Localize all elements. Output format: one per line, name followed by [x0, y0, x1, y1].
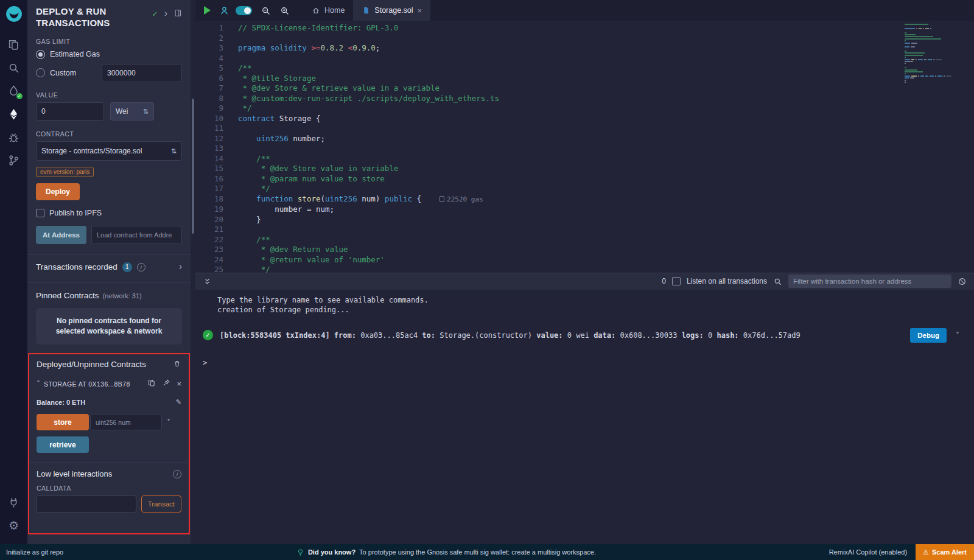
plugin-manager-icon[interactable] — [0, 491, 27, 514]
copilot-toggle[interactable] — [236, 6, 252, 15]
copy-address-icon[interactable] — [147, 379, 156, 389]
info-icon[interactable] — [137, 263, 145, 271]
gas-limit-label: GAS LIMIT — [36, 38, 182, 45]
value-input[interactable] — [36, 102, 104, 121]
remove-instance-icon[interactable]: × — [177, 379, 181, 388]
pinned-network-label: (network: 31) — [103, 292, 142, 299]
tab-storage-sol[interactable]: Storage.sol × — [353, 0, 430, 21]
instance-collapse-icon[interactable] — [37, 380, 40, 388]
low-level-label: Low level interactions — [37, 469, 112, 478]
tx-success-icon — [203, 330, 213, 340]
editor-region: Home Storage.sol × 1// SPDX-License-Iden… — [195, 0, 974, 544]
listen-all-checkbox[interactable] — [672, 277, 681, 285]
code-editor[interactable]: 1// SPDX-License-Identifier: GPL-3.023pr… — [195, 23, 974, 273]
updown-arrows-icon — [143, 107, 149, 116]
git-icon[interactable] — [0, 149, 27, 172]
transaction-log[interactable]: [block:5583405 txIndex:4] from: 0xa03...… — [220, 331, 903, 340]
low-level-info-icon[interactable] — [173, 470, 181, 478]
zoom-out-icon[interactable] — [261, 5, 271, 16]
pin-contract-icon[interactable] — [162, 379, 170, 389]
terminal[interactable]: Type the library name to see available c… — [195, 290, 974, 545]
terminal-search-icon[interactable] — [773, 277, 782, 286]
pending-tx-count: 0 — [662, 277, 666, 285]
custom-gas-input[interactable] — [102, 64, 182, 82]
value-unit-selected: Wei — [116, 107, 128, 116]
git-init-status[interactable]: Initialize as git repo — [6, 548, 63, 556]
custom-gas-label: Custom — [50, 69, 76, 77]
lightbulb-icon — [296, 548, 304, 556]
publish-ipfs-label: Publish to IPFS — [49, 209, 102, 217]
pinned-contracts-title: Pinned Contracts — [36, 291, 99, 300]
close-tab-icon[interactable]: × — [418, 6, 422, 15]
listen-all-label: Listen on all transactions — [687, 277, 767, 285]
collapse-terminal-icon[interactable] — [203, 277, 212, 286]
tx-recorded-expand-icon[interactable] — [179, 263, 182, 271]
deploy-run-panel: DEPLOY & RUN TRANSACTIONS GAS LIMIT Esti… — [27, 0, 191, 544]
publish-ipfs-row[interactable]: Publish to IPFS — [36, 209, 182, 217]
updown-arrows-icon — [171, 147, 177, 155]
solidity-file-icon — [362, 6, 370, 15]
remix-logo-icon[interactable] — [5, 5, 23, 23]
panel-success-check-icon — [152, 10, 158, 18]
terminal-line: Type the library name to see available c… — [217, 295, 965, 305]
run-script-icon[interactable] — [204, 6, 211, 15]
filter-input[interactable] — [788, 275, 951, 288]
terminal-toolbar: 0 Listen on all transactions — [195, 273, 974, 290]
scrollbar-thumb[interactable] — [192, 99, 194, 234]
estimated-gas-radio[interactable]: Estimated Gas — [36, 50, 182, 59]
compile-success-badge-icon — [16, 93, 23, 99]
calldata-label: CALLDATA — [37, 485, 181, 492]
deployed-contracts-section-annotated: Deployed/Unpinned Contracts STORAGE AT 0… — [28, 353, 190, 534]
terminal-prompt: > — [203, 359, 965, 367]
publish-ipfs-checkbox[interactable] — [36, 209, 44, 217]
remix-ide: DEPLOY & RUN TRANSACTIONS GAS LIMIT Esti… — [0, 0, 974, 560]
search-icon[interactable] — [0, 56, 27, 79]
activity-bar — [0, 0, 27, 544]
store-function-button[interactable]: store — [37, 414, 89, 430]
radio-unchecked-icon — [36, 68, 45, 77]
settings-gear-icon[interactable] — [0, 514, 27, 537]
expand-args-icon[interactable] — [167, 418, 170, 427]
clear-console-icon[interactable] — [958, 277, 967, 286]
balance-label: Balance: 0 ETH — [37, 399, 85, 406]
debugger-icon[interactable] — [0, 125, 27, 149]
custom-gas-radio[interactable]: Custom — [36, 64, 182, 82]
tab-home[interactable]: Home — [303, 0, 353, 21]
contract-select[interactable]: Storage - contracts/Storage.sol — [36, 141, 182, 161]
copilot-status[interactable]: RemixAI Copilot (enabled) — [829, 548, 907, 556]
at-address-button[interactable]: At Address — [36, 226, 86, 244]
contract-label: CONTRACT — [36, 130, 182, 138]
warning-icon — [923, 548, 929, 556]
at-address-input[interactable] — [91, 226, 182, 244]
pin-panel-icon[interactable] — [173, 9, 182, 19]
solidity-compiler-icon[interactable] — [0, 79, 27, 102]
minimap[interactable] — [905, 24, 965, 83]
zoom-in-icon[interactable] — [279, 5, 290, 16]
scam-alert-badge[interactable]: Scam Alert — [916, 544, 974, 560]
expand-tx-details-icon[interactable] — [956, 331, 959, 340]
instance-label: STORAGE AT 0X136...8B78 — [44, 380, 130, 388]
remixai-assistant-icon[interactable] — [219, 5, 229, 16]
debug-button[interactable]: Debug — [910, 328, 947, 343]
deploy-run-icon[interactable] — [0, 102, 27, 125]
calldata-input[interactable] — [37, 495, 136, 513]
value-unit-select[interactable]: Wei — [110, 102, 154, 121]
file-explorer-icon[interactable] — [0, 33, 27, 56]
evm-version-badge: evm version: paris — [36, 167, 94, 177]
panel-forward-chevron-icon[interactable] — [164, 10, 167, 18]
transact-button[interactable]: Transact — [141, 495, 181, 513]
terminal-line: creation of Storage pending... — [217, 305, 965, 315]
did-you-know-label: Did you know? — [308, 548, 356, 556]
divider — [27, 282, 191, 282]
panel-scrollbar — [191, 0, 195, 544]
transactions-recorded-label: Transactions recorded — [36, 262, 117, 271]
home-icon — [312, 6, 320, 15]
trash-icon[interactable] — [173, 359, 181, 369]
retrieve-function-button[interactable]: retrieve — [37, 436, 89, 453]
estimated-gas-label: Estimated Gas — [50, 50, 100, 58]
deploy-button[interactable]: Deploy — [36, 183, 80, 200]
divider — [29, 463, 189, 463]
store-argument-input[interactable] — [90, 414, 162, 430]
edit-balance-icon[interactable] — [176, 398, 181, 406]
editor-toolbar: Home Storage.sol × — [195, 0, 974, 21]
